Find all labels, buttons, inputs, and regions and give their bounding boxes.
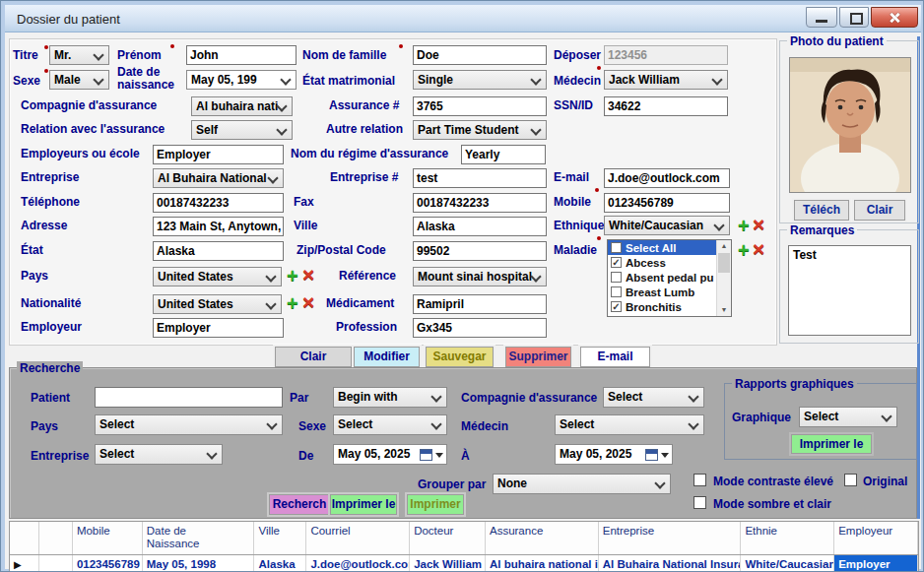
search-patient-input[interactable] (95, 387, 283, 408)
maladie-item[interactable]: Absent pedal pu (608, 270, 717, 285)
compagnie-assurance-select[interactable]: Al buhaira nati (191, 96, 293, 116)
maladie-item[interactable]: Select All (608, 240, 717, 255)
search-pays-select[interactable]: Select (95, 414, 283, 435)
telephone-input[interactable]: 00187432233 (153, 193, 284, 213)
mode-contraste-checkbox[interactable] (693, 474, 706, 486)
checkbox-icon[interactable]: ✓ (611, 301, 622, 312)
medicament-input[interactable]: Ramipril (413, 294, 547, 314)
prenom-input[interactable]: John (186, 45, 297, 65)
search-sexe-select[interactable]: Select (333, 414, 447, 435)
maximize-button[interactable] (839, 7, 869, 28)
mobile-input[interactable]: 0123456789 (604, 193, 730, 213)
table-header-ethnie[interactable]: Ethnie (741, 522, 834, 554)
sauvegar-button[interactable]: Sauvegar (426, 347, 494, 367)
etat-input[interactable]: Alaska (153, 241, 284, 261)
mode-sombre-checkbox[interactable] (693, 496, 706, 509)
ethnique-select[interactable]: White/Caucasian (604, 216, 730, 235)
imprimer-button[interactable]: Imprimer (407, 494, 464, 515)
fax-input[interactable]: 00187432233 (413, 193, 547, 213)
supprimer-button[interactable]: Supprimer (505, 347, 571, 367)
add-pays-icon[interactable]: + (287, 266, 298, 286)
search-compagnie-select[interactable]: Select (603, 387, 704, 408)
entreprise-select[interactable]: Al Buhaira National (153, 168, 284, 188)
ville-input[interactable]: Alaska (413, 217, 547, 236)
reference-select[interactable]: Mount sinai hospital (413, 267, 547, 286)
delete-maladie-icon[interactable]: × (753, 239, 764, 258)
email-input[interactable]: J.doe@outlock.com (604, 168, 730, 188)
checkbox-icon[interactable]: ✓ (611, 257, 622, 268)
table-cell-mobile[interactable]: 0123456789 (73, 555, 143, 572)
zip-input[interactable]: 99502 (413, 241, 547, 261)
assurance-num-input[interactable]: 3765 (413, 96, 547, 116)
table-header-date-naissance[interactable]: Date de Naissance (143, 522, 255, 554)
table-cell-entreprise[interactable]: Al Buhaira National Insurance (599, 555, 742, 572)
search-par-select[interactable]: Begin with (333, 387, 447, 408)
checkbox-icon[interactable] (611, 286, 622, 297)
photo-clair-button[interactable]: Clair (854, 200, 905, 221)
maladie-item[interactable]: Breast Lumb (608, 285, 717, 299)
etat-matrimonial-select[interactable]: Single (413, 70, 547, 90)
delete-nationalite-icon[interactable]: × (302, 292, 314, 311)
table-header-mobile[interactable]: Mobile (73, 522, 143, 554)
table-cell[interactable] (39, 555, 73, 572)
maladie-item[interactable]: ✓Bronchitis (608, 299, 717, 314)
table-cell-ethnie[interactable]: White/Caucasian (741, 555, 834, 572)
table-cell-employeur-selected[interactable]: Employer (834, 555, 918, 572)
table-cell-ville[interactable]: Alaska (254, 555, 306, 572)
original-checkbox[interactable] (844, 474, 857, 486)
checkbox-icon[interactable] (611, 272, 622, 283)
search-medecin-select[interactable]: Select (555, 414, 704, 435)
table-header-entreprise[interactable]: Entreprise (599, 522, 742, 554)
titre-select[interactable]: Mr. (49, 45, 109, 65)
search-de-datepicker[interactable]: May 05, 2025 (333, 444, 447, 465)
delete-ethnique-icon[interactable]: × (753, 215, 764, 233)
entreprise-num-input[interactable]: test (413, 168, 547, 188)
recherch-button[interactable]: Recherch (269, 494, 330, 515)
relation-assurance-select[interactable]: Self (191, 120, 293, 140)
add-nationalite-icon[interactable]: + (287, 293, 298, 313)
table-cell-assurance[interactable]: Al buhaira national ins (486, 555, 599, 572)
add-ethnique-icon[interactable]: + (738, 216, 750, 235)
rapports-imprimer-button[interactable]: Imprimer le (791, 434, 872, 454)
autre-relation-select[interactable]: Part Time Student (413, 120, 547, 140)
delete-pays-icon[interactable]: × (302, 265, 314, 284)
date-naissance-picker[interactable]: May 05, 199 (186, 70, 297, 90)
search-entreprise-select[interactable]: Select (95, 444, 223, 465)
table-header-courriel[interactable]: Courriel (306, 522, 410, 554)
table-header-assurance[interactable]: Assurance (486, 522, 599, 554)
adresse-input[interactable]: 123 Main St, Anytown, (153, 217, 284, 236)
remarques-textarea[interactable]: Test (788, 245, 911, 336)
minimize-button[interactable] (806, 7, 837, 28)
nationalite-select[interactable]: United States (153, 294, 282, 314)
medecin-select[interactable]: Jack William (604, 70, 728, 90)
email-button[interactable]: E-mail (580, 347, 650, 367)
table-header-ville[interactable]: Ville (254, 522, 306, 554)
scroll-down-icon[interactable]: ▼ (717, 304, 731, 316)
table-header-employeur[interactable]: Employeur (834, 522, 918, 554)
search-a-datepicker[interactable]: May 05, 2025 (555, 444, 673, 465)
close-button[interactable] (871, 7, 918, 28)
nom-famille-input[interactable]: Doe (413, 45, 547, 65)
graphique-select[interactable]: Select (799, 407, 897, 427)
scrollbar-thumb[interactable] (718, 253, 730, 273)
add-maladie-icon[interactable]: + (738, 240, 750, 260)
checkbox-icon[interactable] (611, 242, 622, 253)
modifier-button[interactable]: Modifier (354, 347, 420, 367)
ssn-input[interactable]: 34622 (604, 96, 728, 116)
profession-input[interactable]: Gx345 (413, 318, 547, 338)
sexe-select[interactable]: Male (49, 70, 109, 90)
table-header-docteur[interactable]: Docteur (410, 522, 486, 554)
table-row[interactable]: ▶ 0123456789 May 05, 1998 Alaska J.doe@o… (10, 555, 918, 572)
pays-select[interactable]: United States (153, 267, 282, 286)
table-header[interactable] (39, 522, 73, 554)
table-cell-courriel[interactable]: J.doe@outlock.com (306, 555, 410, 572)
nom-regime-input[interactable]: Yearly (461, 145, 546, 164)
maladie-item[interactable]: ✓Abcess (608, 255, 717, 270)
grouper-par-select[interactable]: None (493, 474, 671, 494)
table-cell-date-naissance[interactable]: May 05, 1998 (143, 555, 255, 572)
clair-button[interactable]: Clair (275, 347, 352, 367)
scrollbar[interactable]: ▲ ▼ (716, 240, 731, 316)
employeur-input[interactable]: Employer (153, 318, 284, 338)
telecharger-button[interactable]: Téléch (794, 200, 849, 221)
table-cell-docteur[interactable]: Jack William (410, 555, 486, 572)
